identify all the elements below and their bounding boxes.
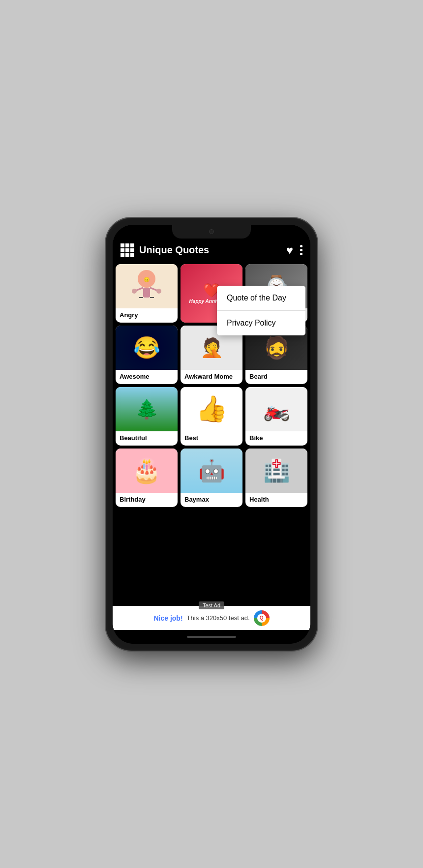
dropdown-item-privacy[interactable]: Privacy Policy [217,311,305,335]
card-img-bike: 🏍️ [245,387,307,431]
home-indicator [187,636,236,638]
svg-text:😠: 😠 [144,276,150,283]
card-label-beard: Beard [245,370,307,384]
app-title: Unique Quotes [139,244,209,256]
content-area[interactable]: Quote of the Day Privacy Policy [113,261,310,606]
card-label-beautiful: Beautiful [116,431,178,446]
card-img-baymax: 🤖 [181,449,242,493]
header-right: ♥ [286,243,302,257]
phone-inner: Unique Quotes ♥ Quote of the Day Privacy… [113,225,310,644]
card-bike[interactable]: 🏍️ Bike [245,387,307,446]
ad-nice-text: Nice job! [153,614,182,622]
dropdown-menu[interactable]: Quote of the Day Privacy Policy [217,286,305,335]
card-label-baymax: Baymax [181,493,242,507]
ad-banner: Test Ad Nice job! This a 320x50 test ad.… [113,606,310,630]
card-label-angry: Angry [116,308,178,323]
app-header: Unique Quotes ♥ [113,239,310,261]
card-best[interactable]: 👍 Best [181,387,242,446]
card-label-awesome: Awesome [116,370,178,384]
dropdown-item-quote[interactable]: Quote of the Day [217,286,305,310]
card-img-birthday: 🎂 [116,449,178,493]
screen: Unique Quotes ♥ Quote of the Day Privacy… [113,225,310,644]
card-label-awkward: Awkward Mome [181,370,242,384]
ad-logo: Q [254,610,270,626]
phone-frame: Unique Quotes ♥ Quote of the Day Privacy… [106,218,317,651]
svg-point-5 [156,289,161,294]
card-beautiful[interactable]: 🌲 Beautiful [116,387,178,446]
card-angry[interactable]: 😠 Angry [116,264,178,323]
svg-point-4 [132,289,137,294]
card-img-best: 👍 [181,387,242,431]
ad-label: Test Ad [199,601,224,609]
card-img-health: 🏥 [245,449,307,493]
card-img-awesome: 😂 [116,326,178,370]
grid-icon[interactable] [121,243,134,257]
ad-description: This a 320x50 test ad. [187,614,250,622]
card-baymax[interactable]: 🤖 Baymax [181,449,242,507]
notch [172,225,251,239]
card-label-bike: Bike [245,431,307,446]
favorites-button[interactable]: ♥ [286,243,293,257]
svg-rect-1 [143,288,150,298]
camera [209,229,214,234]
header-left: Unique Quotes [121,243,209,257]
more-button[interactable] [300,245,302,255]
card-label-birthday: Birthday [116,493,178,507]
card-label-health: Health [245,493,307,507]
card-img-beautiful: 🌲 [116,387,178,431]
card-health[interactable]: 🏥 Health [245,449,307,507]
card-img-angry: 😠 [116,264,178,308]
card-label-best: Best [181,431,242,446]
card-awesome[interactable]: 😂 Awesome [116,326,178,384]
bottom-bar [113,630,310,644]
card-birthday[interactable]: 🎂 Birthday [116,449,178,507]
